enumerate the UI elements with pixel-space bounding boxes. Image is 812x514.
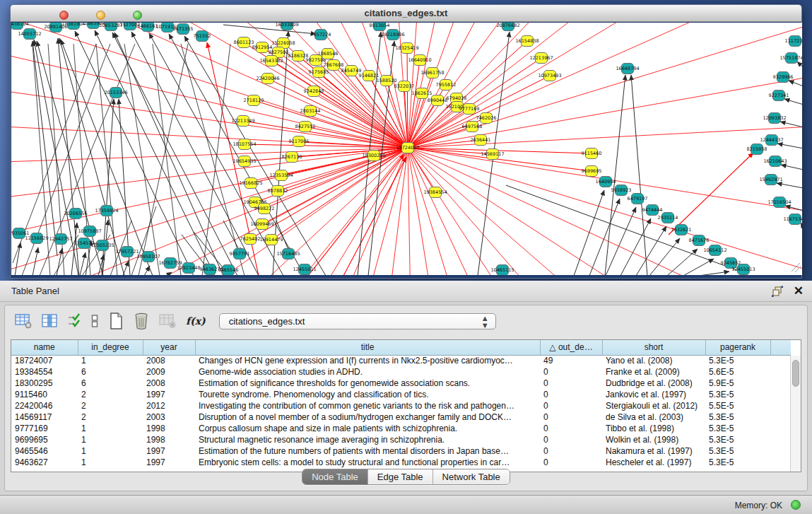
table-cell: [770, 378, 791, 389]
table-cell: 6: [78, 378, 143, 389]
column-header[interactable]: short: [602, 340, 705, 355]
column-header[interactable]: △ out_de…: [540, 340, 602, 355]
table-row[interactable]: 1872400712008Changes of HCN gene express…: [11, 355, 791, 366]
svg-text:9245652: 9245652: [721, 260, 741, 266]
table-panel-title: Table Panel: [11, 286, 59, 296]
table-cell: Wolkin et al. (1998): [602, 434, 705, 445]
svg-text:16640910: 16640910: [408, 57, 431, 63]
svg-text:7632621: 7632621: [671, 227, 692, 233]
svg-text:7462026: 7462026: [476, 115, 497, 121]
svg-text:8601123: 8601123: [234, 40, 254, 45]
application-window: citations_edges.txt 20438104140557122089…: [0, 0, 812, 514]
svg-text:9175685: 9175685: [309, 69, 329, 75]
svg-text:10654112: 10654112: [703, 247, 726, 253]
table-cell: Genome-wide association studies in ADHD.: [195, 366, 540, 378]
svg-text:2935114: 2935114: [658, 215, 678, 221]
delete-column-icon[interactable]: [159, 312, 177, 330]
svg-text:9227341: 9227341: [769, 93, 789, 98]
svg-text:8427552: 8427552: [295, 124, 316, 129]
table-cell: 9463627: [11, 457, 78, 468]
table-cell: 5.9E-5: [705, 378, 770, 389]
table-row[interactable]: 946554611997Estimation of the future num…: [11, 445, 791, 457]
svg-text:8813054: 8813054: [370, 23, 390, 28]
svg-text:5938923: 5938923: [611, 187, 632, 193]
network-canvas[interactable]: 2043810414055712208914061838190411863904…: [11, 23, 802, 275]
table-row[interactable]: 1830029562008Estimation of significance …: [11, 378, 791, 389]
tab-node-table[interactable]: Node Table: [302, 469, 368, 484]
svg-text:16543382: 16543382: [259, 58, 283, 64]
table-cell: 0: [540, 400, 602, 411]
svg-text:6497568: 6497568: [462, 124, 483, 129]
table-scrollbar-thumb[interactable]: [792, 360, 799, 387]
svg-text:16033809: 16033809: [275, 23, 298, 28]
table-cell: 2: [78, 389, 143, 400]
table-selector-value: citations_edges.txt: [229, 316, 305, 327]
table-cell: 1: [78, 423, 143, 434]
function-builder-icon[interactable]: f(x): [186, 312, 206, 330]
table-cell: 1: [78, 355, 143, 366]
table-cell: 1: [78, 457, 143, 468]
column-header[interactable]: [770, 340, 791, 355]
column-header[interactable]: in_degree: [78, 340, 143, 355]
svg-text:8990448: 8990448: [428, 98, 448, 103]
svg-text:9498222: 9498222: [254, 206, 275, 211]
svg-text:15751874: 15751874: [779, 55, 802, 61]
delete-table-icon[interactable]: [133, 312, 150, 330]
svg-text:14055712: 14055712: [18, 31, 41, 37]
table-cell: 5.3E-5: [705, 457, 770, 468]
table-selector-dropdown[interactable]: citations_edges.txt ▲▼: [219, 313, 496, 329]
svg-text:9777169: 9777169: [459, 106, 480, 112]
table-cell: 2003: [143, 411, 195, 423]
table-row[interactable]: 977716911998Corpus callosum shape and si…: [11, 423, 791, 434]
table-row[interactable]: 2242004622012Investigating the contribut…: [11, 400, 791, 411]
svg-text:1868546: 1868546: [318, 51, 339, 57]
column-header[interactable]: name: [11, 340, 78, 355]
table-scrollbar[interactable]: [790, 356, 801, 472]
table-cell: Nakamura et al. (1997): [602, 445, 705, 457]
float-panel-icon[interactable]: [771, 285, 784, 298]
network-view-window[interactable]: citations_edges.txt 20438104140557122089…: [10, 4, 802, 279]
table-cell: Estimation of the future numbers of pati…: [195, 445, 540, 457]
select-columns-icon[interactable]: [67, 312, 81, 330]
table-row[interactable]: 946362711997Embryonic stem cells: a mode…: [11, 457, 791, 468]
svg-text:20876682: 20876682: [496, 23, 519, 28]
svg-text:8322037: 8322037: [394, 83, 415, 89]
table-cell: 1997: [143, 389, 195, 400]
table-cell: 18724007: [11, 355, 78, 366]
table-row[interactable]: 1456911722003Disruption of a novel membe…: [11, 411, 791, 423]
table-cell: Corpus callosum shape and size in male p…: [195, 423, 540, 434]
svg-text:2636441: 2636441: [471, 137, 491, 143]
table-cell: 2009: [143, 366, 195, 378]
new-table-icon[interactable]: [15, 312, 33, 330]
svg-text:2718120: 2718120: [244, 98, 264, 103]
tab-edge-table[interactable]: Edge Table: [368, 469, 433, 484]
column-header[interactable]: pagerank: [705, 340, 770, 355]
memory-status-indicator[interactable]: [791, 500, 801, 510]
column-header[interactable]: title: [195, 340, 540, 355]
table-tabs: Node Table Edge Table Network Table: [5, 469, 807, 485]
svg-text:16154838: 16154838: [515, 38, 539, 44]
column-icon[interactable]: [42, 312, 58, 330]
table-cell: 5.3E-5: [705, 445, 770, 457]
table-cell: [770, 366, 791, 378]
table-row[interactable]: 969969511998Structural magnetic resonanc…: [11, 434, 791, 445]
table-cell: 0: [540, 434, 602, 445]
table-panel-header: Table Panel ✕: [0, 281, 812, 302]
rows-icon[interactable]: [90, 312, 99, 330]
new-document-icon[interactable]: [108, 312, 124, 330]
table-cell: [770, 389, 791, 400]
tab-network-table[interactable]: Network Table: [433, 469, 510, 484]
node-table: namein_degreeyeartitle△ out_de…shortpage…: [11, 339, 801, 472]
node-table-header[interactable]: namein_degreeyeartitle△ out_de…shortpage…: [11, 340, 791, 355]
close-panel-icon[interactable]: ✕: [794, 284, 804, 298]
network-window-titlebar[interactable]: citations_edges.txt: [11, 5, 801, 22]
table-cell: Franke et al. (2009): [602, 366, 705, 378]
network-graph-svg[interactable]: 2043810414055712208914061838190411863904…: [11, 23, 802, 275]
table-row[interactable]: 911546021997Tourette syndrome. Phenomeno…: [11, 389, 791, 400]
svg-text:16099469: 16099469: [250, 221, 273, 227]
column-header[interactable]: year: [143, 340, 195, 355]
svg-text:18325419: 18325419: [395, 45, 418, 51]
svg-text:8267130: 8267130: [282, 154, 302, 160]
svg-text:9463627: 9463627: [200, 267, 220, 272]
table-row[interactable]: 1938455462009Genome-wide association stu…: [11, 366, 791, 378]
